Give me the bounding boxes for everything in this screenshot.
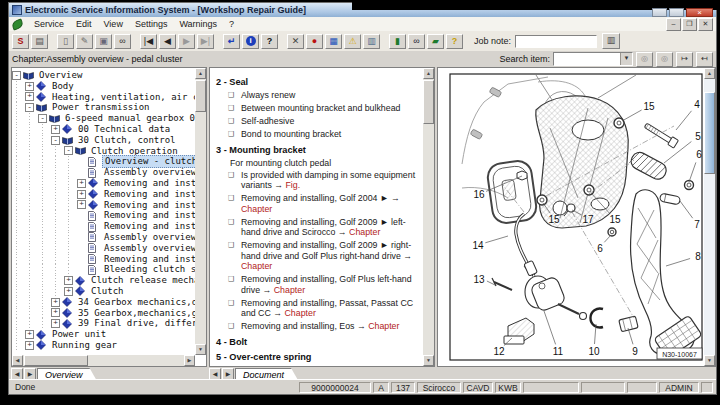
tree-item[interactable]: +Body	[12, 81, 195, 92]
mdi-minimize-button[interactable]: –	[666, 18, 681, 31]
tree-item[interactable]: +Removing and installing	[12, 189, 195, 200]
tree-item-label[interactable]: Removing and installing	[102, 221, 195, 232]
expand-icon[interactable]: +	[25, 341, 34, 350]
expand-icon[interactable]: +	[64, 287, 73, 296]
tree-item-label[interactable]: Removing and installing	[102, 178, 195, 189]
tree-vscroll-thumb[interactable]	[195, 80, 206, 112]
tree-item[interactable]: +00 Technical data	[12, 124, 195, 135]
return-icon[interactable]: ↵	[223, 34, 240, 49]
maximize-button[interactable]	[669, 8, 684, 17]
nav-next-icon[interactable]: ▶	[178, 34, 195, 49]
tree-item-label[interactable]: Body	[50, 81, 76, 92]
cross-reference-link[interactable]: Chapter	[274, 285, 305, 295]
tree-item-label[interactable]: Removing and installing	[102, 200, 195, 211]
tree-item[interactable]: +Power unit	[12, 329, 195, 340]
collapse-icon[interactable]: -	[12, 71, 21, 80]
scroll-up-icon[interactable]: ▲	[704, 68, 715, 79]
cross-reference-link[interactable]: Chapter	[368, 321, 399, 331]
expand-icon[interactable]: +	[64, 276, 73, 285]
tree-hscroll-thumb[interactable]	[24, 355, 88, 366]
assistant-icon[interactable]: ?	[446, 34, 463, 49]
expand-icon[interactable]: +	[25, 82, 34, 91]
figure-vertical-scrollbar[interactable]: ▲ ▼	[704, 68, 715, 366]
exit-icon[interactable]: S	[12, 34, 29, 49]
tree-item-label[interactable]: Clutch	[89, 286, 126, 297]
tree-item[interactable]: +35 Gearbox,mechanics,gears,	[12, 308, 195, 319]
stop-icon[interactable]: ●	[306, 34, 323, 49]
tree-item-label[interactable]: Removing and installing	[102, 210, 195, 221]
tree-item-label[interactable]: Removing and installing	[102, 254, 195, 265]
tree-item-label[interactable]: Assembly overview - ped	[102, 167, 195, 178]
job-note-send-icon[interactable]: ▥	[602, 33, 620, 49]
vehicle-data-icon[interactable]: ∞	[114, 34, 131, 49]
find-prev-button[interactable]: ◎	[656, 52, 673, 67]
manual-icon[interactable]: ▮	[389, 34, 406, 49]
help-icon[interactable]: ?	[261, 34, 278, 49]
document-vertical-scrollbar[interactable]: ▲ ▼	[423, 68, 434, 366]
tree-item[interactable]: -Removing and installing	[12, 254, 195, 265]
nav-last-icon[interactable]: ▶|	[197, 34, 214, 49]
tree-item-label[interactable]: Assembly overview - hyd	[102, 243, 195, 254]
scroll-up-icon[interactable]: ▲	[195, 68, 206, 79]
copy-document-icon[interactable]: ▣	[95, 34, 112, 49]
cross-reference-link[interactable]: Chapter	[241, 261, 272, 271]
menu-settings[interactable]: Settings	[129, 19, 174, 29]
tree-item[interactable]: -Removing and installing	[12, 221, 195, 232]
tree-item[interactable]: +39 Final drive, differentia	[12, 318, 195, 329]
storage-icon[interactable]: ▥	[363, 34, 380, 49]
cross-reference-link[interactable]: Chapter	[285, 308, 316, 318]
expand-icon[interactable]: +	[51, 125, 60, 134]
tree-item-label[interactable]: 39 Final drive, differentia	[76, 318, 195, 329]
tree-item[interactable]: -Overview - clutch actua	[12, 156, 195, 167]
tree-item[interactable]: -Power transmission	[12, 102, 195, 113]
tree-item[interactable]: +Clutch	[12, 286, 195, 297]
print-icon[interactable]: ▤	[31, 34, 48, 49]
screen-icon[interactable]: ▦	[325, 34, 342, 49]
tree-vertical-scrollbar[interactable]: ▲ ▼	[195, 68, 206, 355]
nav-prev-icon[interactable]: ◀	[159, 34, 176, 49]
collapse-icon[interactable]: -	[25, 103, 34, 112]
tree-item-label[interactable]: Heating, ventilation, air condi	[50, 92, 195, 103]
figure-vscroll-thumb[interactable]	[704, 92, 715, 174]
tree-horizontal-scrollbar[interactable]: ◀ ▶	[12, 355, 195, 366]
scroll-right-icon[interactable]: ▶	[184, 355, 195, 366]
jump-back-button[interactable]: ↤	[696, 52, 713, 67]
menu-service[interactable]: Service	[28, 19, 70, 29]
tree-item-label[interactable]: Power unit	[50, 329, 108, 340]
expand-icon[interactable]: +	[25, 330, 34, 339]
tree-item-label[interactable]: Removing and installing	[102, 189, 195, 200]
tree-item[interactable]: +Removing and installing	[12, 178, 195, 189]
edit-document-icon[interactable]: ✎	[76, 34, 93, 49]
scroll-down-icon[interactable]: ▼	[195, 344, 206, 355]
scroll-down-icon[interactable]: ▼	[704, 355, 715, 366]
scroll-down-icon[interactable]: ▼	[423, 355, 434, 366]
mdi-close-button[interactable]: ✕	[698, 18, 713, 31]
menu-edit[interactable]: Edit	[70, 19, 98, 29]
tree-item[interactable]: +Running gear	[12, 340, 195, 351]
tree-item[interactable]: +Clutch release mechanism	[12, 275, 195, 286]
menu-view[interactable]: View	[98, 19, 129, 29]
collapse-icon[interactable]: -	[51, 136, 60, 145]
nav-first-icon[interactable]: |◀	[140, 34, 157, 49]
tree-item[interactable]: +Removing and installing	[12, 200, 195, 211]
cross-reference-link[interactable]: Chapter	[241, 204, 272, 214]
scroll-up-icon[interactable]: ▲	[423, 68, 434, 79]
expand-icon[interactable]: +	[25, 92, 34, 101]
close-button[interactable]	[686, 8, 713, 17]
tree-item-label[interactable]: Bleeding clutch system	[102, 264, 195, 275]
new-document-icon[interactable]: ▯	[57, 34, 74, 49]
tree-item[interactable]: -30 Clutch, control	[12, 135, 195, 146]
tree-item-label[interactable]: 34 Gearbox mechanics,operat	[76, 297, 195, 308]
document-green-icon[interactable]: ▰	[427, 34, 444, 49]
tree-item[interactable]: +Heating, ventilation, air condi	[12, 92, 195, 103]
tree-item[interactable]: -6-speed manual gearbox 02S	[12, 113, 195, 124]
warning-icon[interactable]: ⚠	[344, 34, 361, 49]
cross-reference-link[interactable]: Chapter	[349, 227, 380, 237]
expand-icon[interactable]: +	[77, 190, 86, 199]
mdi-restore-button[interactable]: ❐	[682, 18, 697, 31]
scroll-left-icon[interactable]: ◀	[12, 355, 23, 366]
car-icon[interactable]: ∞	[408, 34, 425, 49]
tree-item-label[interactable]: Clutch release mechanism	[89, 275, 195, 286]
find-next-button[interactable]: ◎	[636, 52, 653, 67]
cross-reference-link[interactable]: Fig.	[286, 180, 301, 190]
